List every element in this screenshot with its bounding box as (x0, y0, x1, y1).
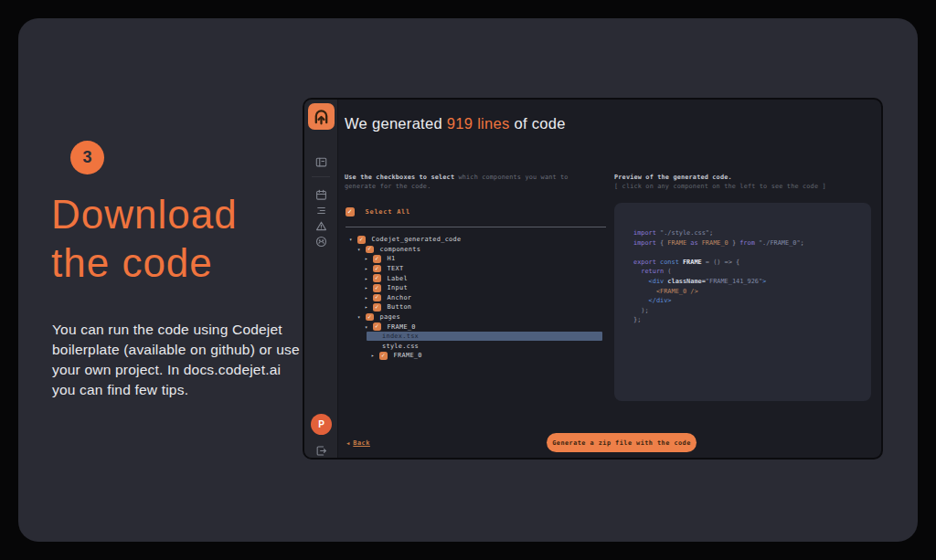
checkbox-checked-icon[interactable]: ✓ (373, 294, 381, 302)
tree-item-label: Anchor (388, 294, 412, 301)
warning-icon[interactable] (304, 218, 338, 233)
checkbox-checked-icon[interactable]: ✓ (379, 352, 388, 360)
checkbox-instructions: Use the checkboxes to select which compo… (345, 174, 575, 191)
tree-item-label: FRAME_0 (388, 323, 416, 331)
tree-item-label: FRAME_0 (394, 352, 422, 359)
code-line: import "./style.css"; (633, 228, 862, 238)
app-sidebar: P (304, 100, 338, 458)
tree-item-label: index.tsx (382, 333, 419, 340)
chevron-down-icon[interactable]: ▾ (365, 324, 373, 330)
tree-item-text[interactable]: ▸✓TEXT (343, 264, 609, 274)
tree-item-pages[interactable]: ▾✓pages (343, 312, 609, 322)
title-prefix: We generated (345, 115, 447, 132)
title-suffix: of code (510, 115, 566, 132)
chevron-right-icon[interactable]: ▸ (371, 353, 379, 358)
code-line: return ( (633, 267, 862, 277)
checkbox-checked-icon[interactable]: ✓ (373, 274, 381, 282)
logout-icon[interactable] (304, 443, 338, 458)
checkbox-checked-icon[interactable]: ✓ (346, 207, 355, 217)
back-arrow-icon: ◀ (346, 440, 349, 446)
tree-item-frame-0[interactable]: ▸✓FRAME_0 (343, 351, 609, 361)
checkbox-checked-icon[interactable]: ✓ (373, 255, 381, 263)
codejet-app-window: P We generated 919 lines of code Use the… (303, 98, 883, 460)
code-line: </div> (633, 296, 862, 306)
slide-panel: 3 Downloadthe code You can run the code … (18, 18, 918, 542)
tree-item-codejet-generated-code[interactable]: ▾✓Codejet_generated_code (343, 235, 609, 245)
tree-item-label: style.css (382, 343, 419, 350)
generate-zip-button[interactable]: Generate a zip file with the code (547, 433, 697, 452)
codejet-logo-icon[interactable] (308, 103, 335, 130)
list-icon[interactable] (304, 203, 338, 217)
title-highlight: 919 lines (447, 115, 510, 132)
code-line: <div className="FRAME_141_926"> (633, 277, 862, 287)
step-description: You can run the code using Codejet boile… (52, 320, 306, 400)
code-line: <FRAME_0 /> (633, 287, 862, 297)
chevron-down-icon[interactable]: ▾ (357, 314, 366, 320)
checkbox-checked-icon[interactable]: ✓ (373, 303, 381, 312)
chevron-right-icon[interactable]: ▸ (365, 266, 373, 271)
tree-item-components[interactable]: ▾✓components (343, 245, 609, 255)
chevron-right-icon[interactable]: ▸ (365, 256, 373, 261)
select-all-row[interactable]: ✓ Select All (346, 207, 410, 217)
title-line-1: Download (51, 192, 238, 237)
tree-item-h1[interactable]: ▸✓H1 (343, 254, 609, 264)
back-label: Back (353, 439, 370, 447)
tree-item-label: H1 (388, 255, 396, 262)
tree-item-label[interactable]: ▸✓Label (343, 273, 609, 283)
instruction-bold: Use the checkboxes to select (345, 174, 454, 181)
tree-item-index-tsx[interactable]: index.tsx (343, 332, 609, 342)
code-line (633, 248, 862, 258)
tree-divider (346, 227, 606, 227)
window-title: We generated 919 lines of code (345, 115, 566, 132)
checkbox-checked-icon[interactable]: ✓ (373, 265, 381, 273)
chevron-down-icon[interactable]: ▾ (349, 237, 357, 242)
code-line: export const FRAME = () => { (633, 258, 862, 268)
tree-item-label: Codejet_generated_code (372, 236, 462, 243)
chevron-right-icon[interactable]: ▸ (365, 304, 373, 310)
code-line: import { FRAME as FRAME_0 } from "./FRAM… (633, 238, 862, 248)
tree-item-anchor[interactable]: ▸✓Anchor (343, 293, 609, 303)
layout-icon[interactable] (304, 154, 338, 169)
title-line-2: the code (51, 240, 213, 285)
back-button[interactable]: ◀ Back (346, 439, 370, 447)
code-preview-panel: import "./style.css";import { FRAME as F… (614, 203, 871, 401)
component-tree: ▾✓Codejet_generated_code▾✓components▸✓H1… (343, 235, 609, 361)
calendar-icon[interactable] (304, 187, 338, 202)
chevron-down-icon[interactable]: ▾ (357, 247, 366, 252)
chevron-right-icon[interactable]: ▸ (365, 285, 373, 291)
chevron-right-icon[interactable]: ▸ (365, 295, 373, 301)
checkbox-checked-icon[interactable]: ✓ (366, 313, 374, 322)
tree-item-label: Label (388, 275, 408, 282)
avatar[interactable]: P (311, 414, 332, 435)
code-line: }; (633, 315, 862, 325)
preview-header-bold: Preview of the generated code. (614, 174, 861, 183)
tree-item-label: Input (388, 284, 408, 291)
preview-header-sub: [ click on any component on the left to … (614, 183, 861, 192)
checkbox-checked-icon[interactable]: ✓ (357, 236, 366, 244)
support-icon[interactable] (304, 234, 338, 248)
tree-item-label: components (380, 246, 421, 253)
chevron-right-icon[interactable]: ▸ (365, 276, 373, 281)
code-line: ); (633, 306, 862, 316)
page-title: Downloadthe code (51, 190, 238, 287)
tree-item-button[interactable]: ▸✓Button (343, 302, 609, 312)
tree-item-label: TEXT (388, 265, 404, 272)
preview-header: Preview of the generated code. [ click o… (614, 174, 861, 191)
tree-item-input[interactable]: ▸✓Input (343, 283, 609, 293)
checkbox-checked-icon[interactable]: ✓ (366, 246, 374, 254)
select-all-label: Select All (366, 208, 411, 216)
tree-item-style-css[interactable]: style.css (343, 342, 609, 352)
tree-item-frame-0[interactable]: ▾✓FRAME_0 (343, 322, 609, 332)
tree-item-label: Button (388, 303, 412, 311)
tree-item-label: pages (380, 313, 400, 321)
step-number-badge: 3 (70, 141, 104, 174)
checkbox-checked-icon[interactable]: ✓ (373, 322, 381, 331)
checkbox-checked-icon[interactable]: ✓ (373, 284, 381, 292)
sidebar-divider (312, 176, 330, 177)
